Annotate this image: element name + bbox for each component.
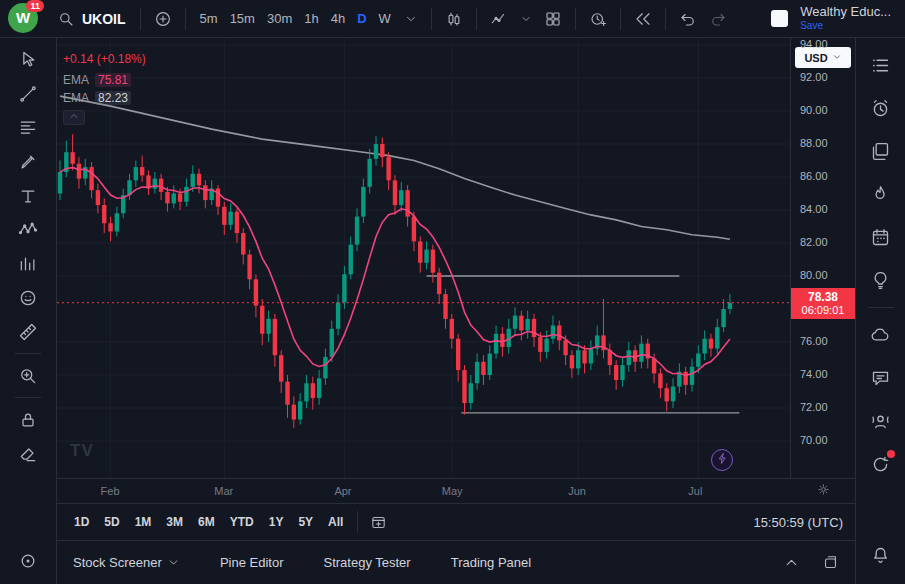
candlestick-chart[interactable]	[57, 38, 790, 478]
utc-clock[interactable]: 15:50:59 (UTC)	[753, 515, 845, 530]
layout-title[interactable]: Wealthy Educ...	[800, 5, 891, 20]
month-label-apr[interactable]: Apr	[334, 485, 351, 497]
trading-app: W 11 UKOIL 5m15m30m1h4hDW Wealthy Educ..…	[0, 0, 905, 584]
hotlists-icon[interactable]	[864, 177, 898, 211]
chart-row: +0.14 (+0.18%) EMA 75.81 EMA 82.23	[57, 38, 855, 478]
create-alert-icon[interactable]	[584, 10, 612, 28]
tab-stock-screener[interactable]: Stock Screener	[73, 555, 180, 570]
undo-icon[interactable]	[674, 10, 702, 28]
bell-icon[interactable]	[864, 538, 898, 572]
range-5y[interactable]: 5Y	[291, 511, 320, 533]
divider	[620, 8, 621, 30]
timeframe-W[interactable]: W	[373, 7, 397, 30]
range-1m[interactable]: 1M	[128, 511, 159, 533]
text-icon[interactable]	[11, 182, 45, 209]
conversations-icon[interactable]	[864, 361, 898, 395]
search-icon[interactable]	[52, 10, 80, 28]
symbol-search-button[interactable]: UKOIL	[82, 11, 126, 27]
month-label-jun[interactable]: Jun	[568, 485, 586, 497]
right-sidebar	[855, 38, 905, 584]
range-1y[interactable]: 1Y	[262, 511, 291, 533]
timeframe-15m[interactable]: 15m	[224, 7, 261, 30]
bar-replay-icon[interactable]	[629, 10, 657, 28]
tab-pine-editor[interactable]: Pine Editor	[220, 555, 284, 570]
interval-menu-chevron-icon[interactable]	[399, 12, 423, 26]
price-tick: 86.00	[800, 170, 828, 182]
timeframe-D[interactable]: D	[351, 7, 372, 30]
currency-label: USD	[804, 52, 827, 64]
chart-pane[interactable]: +0.14 (+0.18%) EMA 75.81 EMA 82.23	[57, 38, 790, 478]
tab-label: Strategy Tester	[323, 555, 410, 570]
notification-count-badge: 11	[26, 0, 44, 12]
eraser-icon[interactable]	[11, 440, 45, 467]
range-ytd[interactable]: YTD	[223, 511, 261, 533]
scale-settings-gear-icon[interactable]	[816, 482, 831, 499]
streams-icon[interactable]	[864, 404, 898, 438]
fib-retracement-icon[interactable]	[11, 114, 45, 141]
price-scale[interactable]: USD 78.38 06:09:01 94.0092.0090.0088.008…	[790, 38, 855, 478]
top-toolbar: W 11 UKOIL 5m15m30m1h4hDW Wealthy Educ..…	[0, 0, 905, 38]
calendar-icon[interactable]	[864, 220, 898, 254]
compare-add-icon[interactable]	[149, 10, 177, 28]
lock-icon[interactable]	[11, 406, 45, 433]
bar-countdown: 06:09:01	[791, 304, 855, 317]
redo-icon[interactable]	[704, 10, 732, 28]
forecast-icon[interactable]	[11, 250, 45, 277]
emoji-icon[interactable]	[11, 284, 45, 311]
zoom-in-icon[interactable]	[11, 362, 45, 389]
timeframe-1h[interactable]: 1h	[298, 7, 324, 30]
save-layout-link[interactable]: Save	[800, 20, 891, 32]
price-tick: 76.00	[800, 335, 828, 347]
panel-restore-icon[interactable]	[822, 554, 839, 571]
watchlist-icon[interactable]	[864, 48, 898, 82]
price-tick: 72.00	[800, 401, 828, 413]
indicators-menu-chevron-icon[interactable]	[515, 13, 537, 25]
account-logo[interactable]: W 11	[8, 3, 42, 35]
time-axis[interactable]: FebMarAprMayJunJul	[57, 478, 855, 503]
cursor-icon[interactable]	[11, 46, 45, 73]
month-label-jul[interactable]: Jul	[688, 485, 702, 497]
range-3m[interactable]: 3M	[159, 511, 190, 533]
month-label-may[interactable]: May	[442, 485, 463, 497]
month-label-feb[interactable]: Feb	[101, 485, 120, 497]
multichart-layout-icon[interactable]	[539, 10, 567, 28]
ema-fast-legend[interactable]: EMA 75.81	[63, 73, 146, 87]
chats-icon[interactable]	[864, 318, 898, 352]
price-change-text: +0.14 (+0.18%)	[63, 52, 146, 66]
tab-trading-panel[interactable]: Trading Panel	[451, 555, 531, 570]
ideas-icon[interactable]	[864, 263, 898, 297]
chart-style-icon[interactable]	[440, 10, 468, 28]
range-1d[interactable]: 1D	[67, 511, 96, 533]
indicators-icon[interactable]	[485, 10, 513, 28]
timeframe-5m[interactable]: 5m	[194, 7, 224, 30]
layout-meta[interactable]: Wealthy Educ... Save	[800, 5, 891, 31]
main-area: +0.14 (+0.18%) EMA 75.81 EMA 82.23	[0, 38, 905, 584]
ema-slow-legend[interactable]: EMA 82.23	[63, 91, 146, 105]
layout-box-icon[interactable]	[771, 10, 788, 27]
tab-strategy-tester[interactable]: Strategy Tester	[323, 555, 410, 570]
legend-collapse-button[interactable]	[63, 110, 85, 125]
currency-selector[interactable]: USD	[795, 47, 851, 68]
target-icon[interactable]	[11, 547, 45, 574]
alerts-icon[interactable]	[864, 91, 898, 125]
xabcd-pattern-icon[interactable]	[11, 216, 45, 243]
panel-controls	[783, 554, 839, 571]
ruler-icon[interactable]	[11, 318, 45, 345]
panel-expand-icon[interactable]	[783, 554, 800, 571]
timeframe-4h[interactable]: 4h	[325, 7, 351, 30]
divider	[665, 8, 666, 30]
range-6m[interactable]: 6M	[191, 511, 222, 533]
go-to-date-icon[interactable]	[365, 514, 392, 531]
range-5d[interactable]: 5D	[97, 511, 126, 533]
news-icon[interactable]	[864, 134, 898, 168]
refresh-icon[interactable]	[864, 447, 898, 481]
trend-line-icon[interactable]	[11, 80, 45, 107]
ema-fast-value: 75.81	[95, 73, 131, 87]
boost-button[interactable]	[711, 449, 733, 471]
divider	[185, 8, 186, 30]
range-all[interactable]: All	[321, 511, 350, 533]
brush-icon[interactable]	[11, 148, 45, 175]
month-label-mar[interactable]: Mar	[214, 485, 233, 497]
divider	[357, 511, 358, 533]
timeframe-30m[interactable]: 30m	[261, 7, 298, 30]
